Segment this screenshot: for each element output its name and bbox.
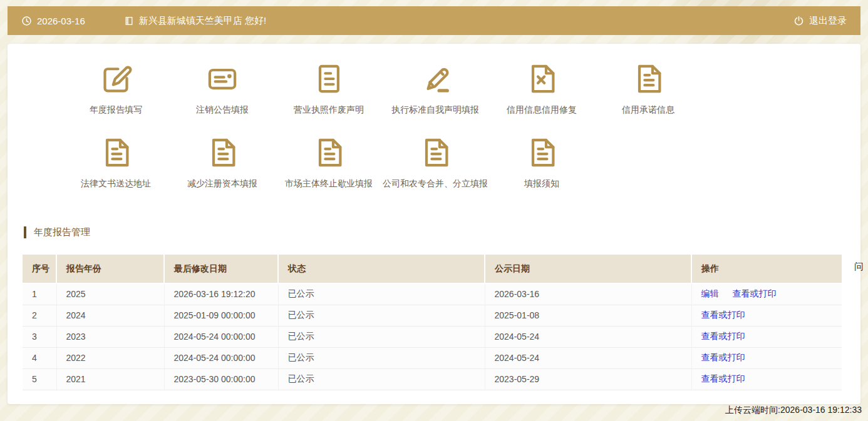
menu-label: 执行标准自我声明填报 [391, 104, 479, 116]
menu-row-2: 法律文书送达地址 减少注册资本填报 市场主体终止歇业填报 [63, 135, 860, 193]
col-header-status: 状态 [278, 255, 485, 283]
annual-report-table: 序号 报告年份 最后修改日期 状态 公示日期 操作 1 2025 2026-03… [23, 255, 842, 390]
menu-label: 市场主体终止歇业填报 [285, 178, 373, 190]
menu-item-legal-doc-address[interactable]: 法律文书送达地址 [63, 135, 169, 193]
cell-status: 已公示 [278, 368, 485, 390]
annual-report-page: { "topbar": { "date": "2026-03-16", "gre… [0, 0, 868, 421]
col-header-actions: 操作 [691, 255, 842, 283]
menu-item-merger-division[interactable]: 公司和农专合并、分立填报 [382, 135, 488, 193]
view-print-link[interactable]: 查看或打印 [701, 331, 745, 341]
cell-publish: 2023-05-29 [485, 368, 691, 390]
logout-label: 退出登录 [809, 15, 847, 27]
doc-fold-lines-icon [311, 135, 346, 170]
menu-label: 注销公告填报 [196, 104, 249, 116]
cell-status: 已公示 [278, 305, 485, 326]
cell-actions: 编辑 查看或打印 [691, 283, 842, 305]
table-header-row: 序号 报告年份 最后修改日期 状态 公示日期 操作 [23, 255, 842, 283]
doc-fold-lines-icon [524, 135, 559, 170]
cell-year: 2022 [56, 347, 164, 368]
menu-row-1: 年度报告填写 注销公告填报 营业执照作废声明 [63, 44, 860, 119]
table-row: 1 2025 2026-03-16 19:12:20 已公示 2026-03-1… [23, 283, 842, 305]
topbar: 2026-03-16 新兴县新城镇天竺美甲店 您好! 退出登录 [8, 6, 860, 35]
table-row: 5 2021 2023-05-30 00:00:00 已公示 2023-05-2… [23, 368, 842, 390]
cell-modified: 2024-05-24 00:00:00 [164, 347, 278, 368]
cell-seq: 2 [23, 305, 56, 326]
date-group: 2026-03-16 [21, 16, 85, 26]
menu-label: 填报须知 [524, 178, 559, 190]
view-print-link[interactable]: 查看或打印 [701, 310, 745, 320]
doc-x-icon [524, 61, 559, 96]
menu-item-credit-repair[interactable]: 信用信息信用修复 [488, 61, 595, 119]
side-question-widget[interactable]: 问 [854, 261, 868, 273]
view-print-link[interactable]: 查看或打印 [701, 373, 745, 383]
main-card: 年度报告填写 注销公告填报 营业执照作废声明 [8, 44, 860, 404]
col-header-seq: 序号 [23, 255, 56, 283]
col-header-year: 报告年份 [56, 255, 164, 283]
edit-link[interactable]: 编辑 [701, 288, 719, 298]
view-print-link[interactable]: 查看或打印 [701, 352, 745, 362]
cell-publish: 2024-05-24 [485, 326, 691, 347]
cell-modified: 2025-01-09 00:00:00 [164, 305, 278, 326]
doc-fold-lines-icon [98, 135, 133, 170]
clock-icon [21, 16, 32, 26]
cell-year: 2021 [56, 368, 164, 390]
menu-item-license-void[interactable]: 营业执照作废声明 [276, 61, 382, 119]
section-accent-bar [24, 226, 26, 238]
menu-item-capital-reduction[interactable]: 减少注册资本填报 [169, 135, 276, 193]
cell-year: 2024 [56, 305, 164, 326]
menu-label: 年度报告填写 [90, 104, 142, 116]
current-date: 2026-03-16 [37, 16, 85, 26]
section-title: 年度报告管理 [34, 226, 90, 238]
menu-item-standard-declaration[interactable]: 执行标准自我声明填报 [382, 61, 488, 119]
cell-actions: 查看或打印 [691, 347, 842, 368]
cell-year: 2025 [56, 283, 164, 305]
table-row: 2 2024 2025-01-09 00:00:00 已公示 2025-01-0… [23, 305, 842, 326]
doc-fold-lines-icon [205, 135, 240, 170]
table-row: 3 2023 2024-05-24 00:00:00 已公示 2024-05-2… [23, 326, 842, 347]
doc-fold-lines-icon [631, 61, 666, 96]
cell-status: 已公示 [278, 283, 485, 305]
cell-seq: 3 [23, 326, 56, 347]
cell-modified: 2023-05-30 00:00:00 [164, 368, 278, 390]
edit-square-icon [98, 61, 133, 96]
organization-icon [124, 16, 134, 26]
logout-button[interactable]: 退出登录 [793, 15, 847, 27]
col-header-modified: 最后修改日期 [164, 255, 278, 283]
view-print-link[interactable]: 查看或打印 [732, 288, 776, 298]
menu-label: 公司和农专合并、分立填报 [383, 178, 488, 190]
menu-label: 法律文书送达地址 [81, 178, 151, 190]
col-header-publish: 公示日期 [485, 255, 691, 283]
cell-seq: 1 [23, 283, 56, 305]
table-row: 4 2022 2024-05-24 00:00:00 已公示 2024-05-2… [23, 347, 842, 368]
cell-year: 2023 [56, 326, 164, 347]
menu-item-annual-report[interactable]: 年度报告填写 [63, 61, 169, 119]
doc-fold-lines-icon [418, 135, 453, 170]
cell-modified: 2026-03-16 19:12:20 [164, 283, 278, 305]
cell-publish: 2024-05-24 [485, 347, 691, 368]
cell-actions: 查看或打印 [691, 368, 842, 390]
cell-status: 已公示 [278, 347, 485, 368]
cell-publish: 2026-03-16 [485, 283, 691, 305]
card-lines-icon [205, 61, 240, 96]
cell-actions: 查看或打印 [691, 305, 842, 326]
power-icon [793, 16, 804, 26]
menu-item-cancellation-notice[interactable]: 注销公告填报 [169, 61, 276, 119]
menu-label: 减少注册资本填报 [187, 178, 257, 190]
cell-modified: 2024-05-24 00:00:00 [164, 326, 278, 347]
menu-label: 信用信息信用修复 [507, 104, 577, 116]
cell-status: 已公示 [278, 326, 485, 347]
menu-item-business-termination[interactable]: 市场主体终止歇业填报 [276, 135, 382, 193]
company-greeting: 新兴县新城镇天竺美甲店 您好! [139, 15, 266, 27]
greeting-group: 新兴县新城镇天竺美甲店 您好! [124, 15, 266, 27]
menu-item-credit-commitment[interactable]: 信用承诺信息 [595, 61, 701, 119]
menu-label: 信用承诺信息 [622, 104, 674, 116]
section-header: 年度报告管理 [24, 226, 860, 238]
menu-label: 营业执照作废声明 [294, 104, 364, 116]
cell-seq: 4 [23, 347, 56, 368]
pencil-underline-icon [418, 61, 453, 96]
upload-time-status: 上传云端时间:2026-03-16 19:12:33 [725, 405, 862, 416]
doc-lines-icon [311, 61, 346, 96]
annual-report-table-wrap: 序号 报告年份 最后修改日期 状态 公示日期 操作 1 2025 2026-03… [23, 255, 842, 390]
menu-item-filing-instructions[interactable]: 填报须知 [488, 135, 595, 193]
cell-actions: 查看或打印 [691, 326, 842, 347]
